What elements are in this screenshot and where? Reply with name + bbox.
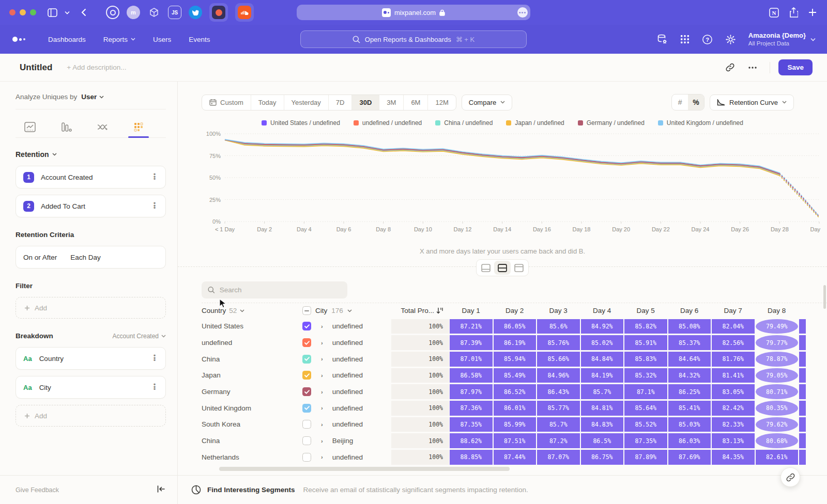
retention-cell[interactable]: 78.87% (755, 351, 799, 367)
expand-chevron-icon[interactable]: › (321, 405, 323, 411)
expand-chevron-icon[interactable]: › (321, 356, 323, 362)
retention-cell[interactable]: 87.44% (493, 449, 537, 466)
retention-cell[interactable]: 87.35% (449, 416, 493, 433)
unit-count-button[interactable]: # (672, 94, 688, 110)
range-today[interactable]: Today (251, 95, 284, 110)
retention-cell[interactable]: 85.7% (580, 384, 624, 400)
breakdown-options-icon[interactable]: ••• (150, 355, 159, 362)
retention-cell[interactable]: 88.85% (449, 449, 493, 466)
retention-cell[interactable]: 87.07% (537, 449, 580, 466)
share-link-fab[interactable] (780, 467, 800, 487)
retention-cell[interactable]: 82.56% (711, 335, 755, 351)
tab-retention[interactable] (124, 117, 153, 137)
criteria-interval[interactable]: Each Day (70, 254, 101, 261)
retention-cell[interactable]: 79.05% (755, 367, 799, 384)
day-column-header[interactable]: Day 8 (755, 307, 799, 314)
expand-chevron-icon[interactable]: › (321, 372, 323, 379)
retention-cell[interactable]: 87.39% (449, 335, 493, 351)
retention-cell[interactable]: 79.62% (755, 416, 799, 433)
expand-chevron-icon[interactable]: › (321, 454, 323, 460)
tab-funnels[interactable] (52, 117, 81, 137)
give-feedback-link[interactable]: Give Feedback (16, 486, 59, 494)
retention-cell[interactable]: 86.19% (493, 335, 537, 351)
extension-js-icon[interactable]: JS (168, 6, 181, 19)
extension-m-icon[interactable]: m (127, 6, 140, 19)
row-checkbox[interactable] (302, 338, 311, 347)
retention-cell[interactable]: 85.41% (668, 400, 712, 416)
range-30d[interactable]: 30D (352, 95, 379, 110)
tab-flows[interactable] (88, 117, 117, 137)
retention-cell[interactable]: 82.04% (711, 318, 755, 335)
new-tab-icon[interactable] (808, 8, 817, 17)
retention-cell[interactable]: 86.25% (668, 384, 712, 400)
sidebar-toggle-icon[interactable] (48, 8, 57, 17)
copy-link-icon[interactable] (721, 59, 739, 76)
legend-item[interactable]: China / undefined (435, 119, 493, 127)
retention-cell[interactable]: 85.49% (493, 367, 537, 384)
retention-cell[interactable]: 80.35% (755, 400, 799, 416)
row-checkbox[interactable] (302, 404, 311, 413)
minimize-window-button[interactable] (20, 9, 26, 15)
apps-grid-icon[interactable] (680, 35, 690, 44)
save-button[interactable]: Save (778, 59, 813, 75)
range-3m[interactable]: 3M (379, 95, 404, 110)
select-all-checkbox[interactable] (302, 306, 311, 315)
retention-cell[interactable]: 85.08% (668, 318, 712, 335)
view-table-focus-button[interactable] (511, 261, 527, 275)
range-yesterday[interactable]: Yesterday (284, 95, 329, 110)
day-column-header[interactable]: Day 6 (668, 307, 712, 314)
extension-cube-icon[interactable] (147, 6, 161, 19)
add-filter-button[interactable]: Add (16, 297, 166, 319)
row-checkbox[interactable] (302, 387, 311, 396)
retention-cell[interactable]: 87.21% (449, 318, 493, 335)
day-column-header[interactable]: Day 3 (537, 307, 580, 314)
step-options-icon[interactable]: ••• (150, 202, 159, 210)
retention-cell[interactable]: 85.77% (537, 400, 580, 416)
mixpanel-logo[interactable] (12, 37, 25, 42)
retention-cell[interactable]: 85.03% (668, 416, 712, 433)
row-checkbox[interactable] (302, 453, 311, 462)
country-column-header[interactable]: Country 52 (202, 307, 302, 314)
retention-cell[interactable]: 85.32% (624, 367, 668, 384)
back-button[interactable] (81, 8, 86, 17)
legend-item[interactable]: Japan / undefined (506, 119, 564, 127)
close-window-button[interactable] (9, 9, 16, 15)
row-checkbox[interactable] (302, 420, 311, 429)
view-chart-focus-button[interactable] (478, 261, 494, 275)
breakdown-options-icon[interactable]: ••• (150, 384, 159, 391)
retention-cell[interactable]: 85.6% (537, 318, 580, 335)
legend-item[interactable]: United Kingdom / undefined (658, 119, 743, 127)
retention-cell[interactable]: 86.01% (493, 400, 537, 416)
retention-cell[interactable]: 85.83% (624, 351, 668, 367)
retention-cell[interactable]: 82.42% (711, 400, 755, 416)
row-checkbox[interactable] (302, 436, 311, 445)
range-6m[interactable]: 6M (404, 95, 428, 110)
retention-cell[interactable]: 84.92% (580, 318, 624, 335)
retention-cell[interactable]: 86.58% (449, 367, 493, 384)
nav-item-reports[interactable]: Reports (103, 36, 135, 43)
retention-cell[interactable]: 84.83% (580, 416, 624, 433)
notion-icon[interactable]: N (769, 8, 779, 18)
retention-step-2[interactable]: 2Added To Cart••• (16, 195, 166, 217)
total-column-header[interactable]: Total Pro... (391, 307, 449, 314)
retention-cell[interactable]: 85.76% (537, 335, 580, 351)
analyze-entity-dropdown[interactable]: User (81, 93, 104, 101)
retention-cell[interactable]: 86.5% (580, 433, 624, 449)
retention-cell[interactable]: 86.75% (580, 449, 624, 466)
nav-item-events[interactable]: Events (189, 36, 210, 43)
retention-cell[interactable]: 87.51% (493, 433, 537, 449)
retention-cell[interactable]: 84.19% (580, 367, 624, 384)
extension-ring-icon[interactable] (106, 6, 119, 19)
retention-cell[interactable]: 84.32% (668, 367, 712, 384)
retention-cell[interactable]: 85.66% (537, 351, 580, 367)
retention-cell[interactable]: 85.91% (624, 335, 668, 351)
retention-criteria-card[interactable]: On or After Each Day (16, 246, 166, 269)
retention-cell[interactable]: 82.61% (755, 449, 799, 466)
tab-insights[interactable] (16, 117, 44, 137)
range-7d[interactable]: 7D (329, 95, 353, 110)
report-title[interactable]: Untitled (20, 62, 52, 73)
retention-cell[interactable]: 87.89% (624, 449, 668, 466)
retention-cell[interactable]: 85.82% (624, 318, 668, 335)
breakdown-event-dropdown[interactable]: Account Created (113, 333, 166, 340)
legend-item[interactable]: United States / undefined (262, 119, 340, 127)
